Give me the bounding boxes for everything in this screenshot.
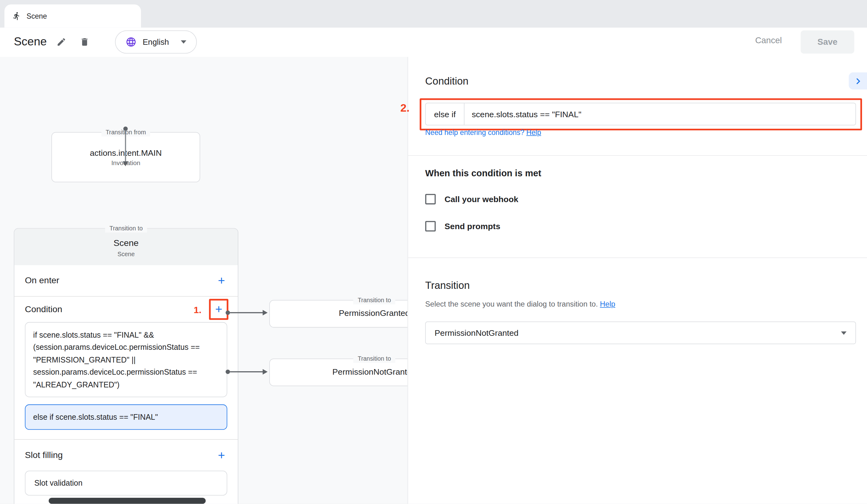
slot-filling-label: Slot filling: [25, 450, 63, 460]
scene-name: Scene: [14, 238, 238, 248]
send-prompts-checkbox[interactable]: [425, 221, 436, 232]
condition-help-line: Need help entering conditions? Help: [425, 128, 541, 136]
panel-title: Condition: [425, 75, 468, 87]
transition-description-text: Select the scene you want the dialog to …: [425, 300, 598, 308]
on-enter-label: On enter: [25, 276, 60, 286]
page-title: Scene: [14, 35, 47, 48]
condition-item-2-selected[interactable]: else if scene.slots.status == "FINAL": [25, 405, 227, 430]
transition-section-title: Transition: [425, 280, 470, 292]
condition-expression-input[interactable]: [464, 103, 856, 125]
tab-scene[interactable]: Scene: [4, 4, 141, 28]
browser-tab-bar: Scene: [0, 0, 867, 28]
scene-type: Scene: [14, 251, 238, 258]
edit-scene-button[interactable]: [56, 37, 67, 48]
globe-icon: [126, 36, 137, 47]
transition-description: Select the scene you want the dialog to …: [425, 300, 615, 308]
condition-section: Condition 1. +: [14, 297, 238, 322]
condition-prefix-label: else if: [426, 103, 464, 125]
add-slot-button[interactable]: +: [215, 448, 228, 463]
condition-label: Condition: [25, 304, 62, 314]
app-window: Scene Scene English Cancel Save Transiti…: [0, 0, 867, 504]
save-button[interactable]: Save: [801, 31, 854, 54]
collapse-panel-button[interactable]: [849, 73, 867, 89]
condition-item-1[interactable]: if scene.slots.status == "FINAL" && (ses…: [25, 322, 227, 397]
run-person-icon: [12, 11, 21, 20]
panel-divider: [408, 258, 867, 258]
caret-down-icon: [841, 331, 847, 335]
annotation-highlight-1: 1. +: [209, 299, 228, 320]
node-legend: Transition to: [353, 296, 395, 304]
pencil-icon: [56, 37, 66, 47]
cancel-button[interactable]: Cancel: [755, 35, 782, 45]
scene-card-header[interactable]: Scene Scene: [14, 229, 238, 265]
trash-icon: [80, 37, 90, 47]
webhook-checkbox-row: Call your webhook: [425, 194, 518, 205]
slot-item-validation[interactable]: Slot validation: [25, 471, 227, 496]
node-legend: Transition to: [105, 224, 147, 232]
call-webhook-label[interactable]: Call your webhook: [445, 194, 518, 204]
add-on-enter-button[interactable]: +: [215, 274, 228, 288]
node-legend: Transition to: [353, 355, 395, 363]
node-scene-card: Transition to Scene Scene On enter + Con…: [14, 228, 238, 504]
transition-scene-dropdown[interactable]: PermissionNotGranted: [425, 321, 856, 344]
condition-help-link[interactable]: Help: [526, 128, 541, 136]
on-enter-section: On enter +: [14, 265, 238, 296]
send-prompts-checkbox-row: Send prompts: [425, 221, 500, 232]
horizontal-scrollbar-thumb[interactable]: [49, 498, 206, 504]
panel-divider: [408, 155, 867, 156]
delete-scene-button[interactable]: [79, 37, 90, 48]
language-selector[interactable]: English: [115, 31, 197, 54]
call-webhook-checkbox[interactable]: [425, 194, 436, 205]
add-condition-button[interactable]: +: [212, 302, 226, 317]
transition-scene-value: PermissionNotGranted: [435, 328, 841, 337]
when-condition-met-title: When this condition is met: [425, 168, 541, 178]
condition-editor-panel: Condition 2. else if Need help entering …: [408, 57, 867, 504]
condition-expression-control: else if: [425, 102, 856, 125]
annotation-1: 1.: [194, 305, 201, 316]
send-prompts-label[interactable]: Send prompts: [445, 221, 500, 231]
tab-title: Scene: [26, 12, 47, 20]
language-value: English: [142, 37, 169, 46]
chevron-right-icon: [852, 75, 864, 87]
chevron-down-icon: [181, 41, 186, 44]
slot-filling-section: Slot filling +: [14, 440, 238, 471]
scene-header: Scene English Cancel Save: [0, 28, 867, 57]
condition-help-text: Need help entering conditions?: [425, 128, 524, 136]
transition-help-link[interactable]: Help: [600, 300, 615, 308]
annotation-2: 2.: [400, 102, 409, 114]
